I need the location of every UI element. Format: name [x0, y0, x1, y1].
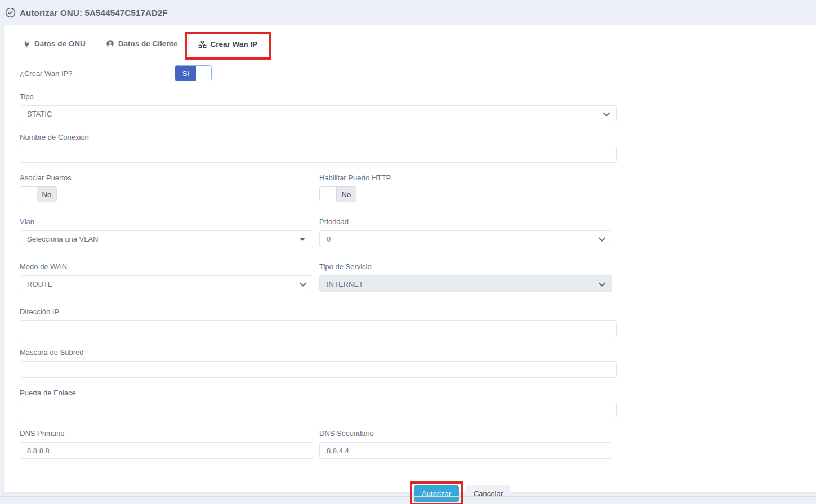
crear-wan-ip-form: ¿Crear Wan IP? Si Tipo STATIC Nombre de …: [4, 55, 617, 502]
asociar-puertos-label: Asociar Puertos: [20, 173, 313, 182]
tipo-label: Tipo: [20, 92, 617, 101]
vlan-prioridad-row: Vlan Selecciona una VLAN Prioridad 0: [20, 217, 617, 262]
chevron-down-icon: [599, 282, 605, 287]
toggle-on-label: Si: [175, 66, 196, 81]
toggle-knob: [196, 66, 211, 81]
asociar-puertos-group: Asociar Puertos No: [20, 173, 313, 202]
autorizar-button[interactable]: Autorizar: [414, 485, 459, 502]
toggle-knob: [20, 187, 37, 202]
prioridad-group: Prioridad 0: [319, 217, 612, 247]
nombre-conexion-input[interactable]: [20, 146, 617, 163]
footer-divider: [0, 496, 816, 497]
habilitar-http-toggle[interactable]: No: [319, 186, 356, 202]
direccion-ip-group: Dirección IP: [20, 307, 617, 337]
modo-wan-select[interactable]: ROUTE: [20, 275, 313, 292]
tab-bar: Datos de ONU Datos de Cliente Crear Wan …: [4, 25, 816, 55]
tab-datos-de-onu[interactable]: Datos de ONU: [13, 33, 96, 55]
tipo-servicio-select: INTERNET: [319, 275, 612, 292]
authorize-onu-panel: Datos de ONU Datos de Cliente Crear Wan …: [4, 25, 816, 492]
dns-primario-group: DNS Primario: [20, 429, 313, 459]
toggle-off-label: No: [337, 187, 356, 202]
sitemap-icon: [198, 40, 207, 48]
vlan-label: Vlan: [20, 217, 313, 226]
habilitar-http-label: Habilitar Puerto HTTP: [319, 173, 612, 182]
dns-secundario-input[interactable]: [319, 442, 612, 459]
direccion-ip-label: Dirección IP: [20, 307, 617, 316]
dns-primario-label: DNS Primario: [20, 429, 313, 438]
asociar-puertos-toggle[interactable]: No: [20, 186, 57, 202]
tab-crear-wan-ip[interactable]: Crear Wan IP: [188, 33, 268, 55]
vlan-group: Vlan Selecciona una VLAN: [20, 217, 313, 247]
dns-primario-input[interactable]: [20, 442, 313, 459]
autorizar-button-wrap: Autorizar: [414, 485, 459, 502]
plug-icon: [23, 40, 30, 48]
tipo-select[interactable]: STATIC: [20, 105, 617, 122]
toggle-knob: [320, 187, 337, 202]
chevron-down-icon: [599, 237, 605, 242]
toggle-off-label: No: [37, 187, 56, 202]
user-circle-icon: [106, 39, 114, 48]
check-circle-icon: [5, 7, 16, 18]
prioridad-select[interactable]: 0: [319, 230, 612, 247]
vlan-select[interactable]: Selecciona una VLAN: [20, 230, 313, 247]
crear-wan-ip-toggle[interactable]: Si: [175, 65, 212, 81]
habilitar-http-group: Habilitar Puerto HTTP No: [319, 173, 612, 202]
dropdown-arrow-icon: [300, 238, 305, 241]
tab-datos-de-cliente[interactable]: Datos de Cliente: [96, 33, 188, 55]
crear-wan-ip-row: ¿Crear Wan IP? Si: [20, 65, 617, 81]
dns-secundario-label: DNS Secundario: [319, 429, 612, 438]
direccion-ip-input[interactable]: [20, 320, 617, 337]
puerta-enlace-input[interactable]: [20, 402, 617, 418]
nombre-conexion-group: Nombre de Conexión: [20, 133, 617, 163]
tipo-servicio-group: Tipo de Servicio INTERNET: [319, 262, 612, 292]
tipo-select-value: STATIC: [27, 110, 52, 118]
page-title: Autorizar ONU: 5A544547C517AD2F: [20, 8, 168, 17]
nombre-conexion-label: Nombre de Conexión: [20, 133, 617, 141]
modo-wan-label: Modo de WAN: [20, 262, 313, 271]
chevron-down-icon: [300, 282, 306, 287]
dns-row: DNS Primario DNS Secundario: [20, 429, 617, 470]
mascara-subred-label: Mascara de Subred: [20, 348, 617, 356]
tab-label: Crear Wan IP: [211, 40, 258, 48]
modo-servicio-row: Modo de WAN ROUTE Tipo de Servicio INTER…: [20, 262, 617, 307]
crear-wan-ip-label: ¿Crear Wan IP?: [20, 69, 175, 78]
puerta-enlace-group: Puerta de Enlace: [20, 389, 617, 418]
toggles-row: Asociar Puertos No Habilitar Puerto HTTP…: [20, 173, 617, 217]
tipo-servicio-label: Tipo de Servicio: [319, 262, 612, 271]
tipo-group: Tipo STATIC: [20, 92, 617, 122]
dns-secundario-group: DNS Secundario: [319, 429, 612, 459]
chevron-down-icon: [603, 112, 610, 117]
mascara-subred-input[interactable]: [20, 361, 617, 378]
tab-label: Datos de Cliente: [118, 39, 178, 48]
tipo-servicio-select-value: INTERNET: [327, 280, 363, 288]
modo-wan-select-value: ROUTE: [27, 280, 53, 288]
vlan-placeholder: Selecciona una VLAN: [27, 235, 98, 243]
form-actions: Autorizar Cancelar: [20, 485, 617, 502]
puerta-enlace-label: Puerta de Enlace: [20, 389, 617, 397]
prioridad-label: Prioridad: [319, 217, 612, 226]
tab-label: Datos de ONU: [34, 39, 86, 48]
modo-wan-group: Modo de WAN ROUTE: [20, 262, 313, 292]
mascara-subred-group: Mascara de Subred: [20, 348, 617, 378]
prioridad-select-value: 0: [327, 235, 331, 243]
cancelar-button[interactable]: Cancelar: [466, 485, 511, 502]
page-header: Autorizar ONU: 5A544547C517AD2F: [0, 0, 816, 25]
